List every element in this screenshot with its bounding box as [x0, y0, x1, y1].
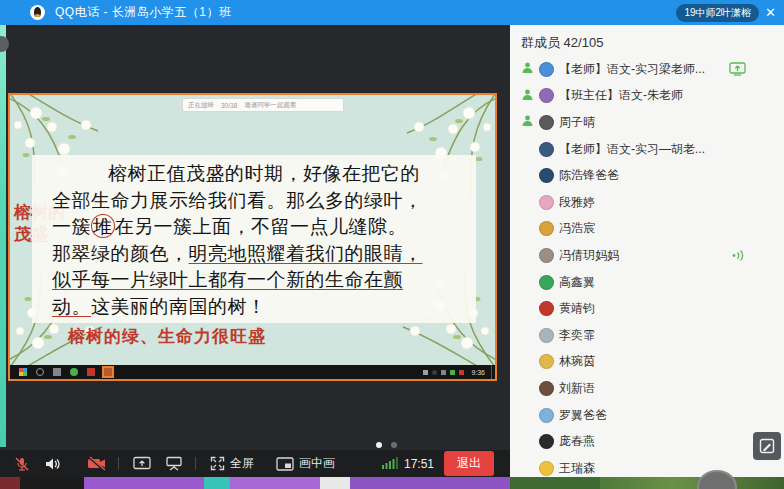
avatar	[539, 221, 554, 236]
picture-in-picture-button[interactable]: 画中画	[276, 455, 335, 472]
whiteboard-button[interactable]	[165, 456, 183, 471]
page-indicator	[376, 442, 397, 448]
shared-desktop-taskbar: 9:36	[10, 365, 495, 379]
call-duration: 17:51	[404, 457, 434, 471]
member-online-icon	[521, 88, 539, 104]
call-control-bar: 全屏 画中画 17:51 退出	[0, 450, 510, 477]
list-item[interactable]: 【老师】语文-实习梁老师...	[510, 56, 784, 83]
task-view-icon[interactable]	[53, 368, 61, 376]
member-name: 段雅婷	[559, 194, 595, 211]
presenter-status: 正在放映	[188, 101, 214, 110]
divider	[118, 457, 119, 470]
pen-icon	[759, 438, 775, 454]
show-desktop-button[interactable]	[491, 365, 495, 379]
member-online-icon	[521, 61, 539, 77]
fullscreen-label: 全屏	[230, 455, 254, 472]
presentation-mini-toolbar[interactable]: 正在放映 30/38 邀请同学一起观看	[182, 98, 344, 112]
fullscreen-button[interactable]: 全屏	[210, 455, 254, 472]
avatar	[539, 461, 554, 476]
list-item[interactable]: 陈浩锋爸爸	[510, 162, 784, 189]
slide-text-line: 似乎每一片绿叶上都有一个新的生命在颤	[52, 266, 456, 293]
slide-text-line: 动。这美丽的南国的树！	[52, 293, 456, 320]
avatar	[539, 408, 554, 423]
slide-text-box: 榕树正值茂盛的时期，好像在把它的 全部生命力展示给我们看。那么多的绿叶， 一簇堆…	[32, 155, 476, 323]
speaker-button[interactable]	[44, 456, 61, 472]
list-item[interactable]: 周子晴	[510, 109, 784, 136]
tray-icon[interactable]	[441, 370, 446, 375]
list-item[interactable]: 冯浩宸	[510, 216, 784, 243]
tray-chevron-icon[interactable]	[423, 370, 428, 375]
list-item[interactable]: 【班主任】语文-朱老师	[510, 83, 784, 110]
member-name: 刘新语	[559, 380, 595, 397]
tray-icon[interactable]	[459, 370, 464, 375]
microphone-muted-button[interactable]	[14, 456, 30, 472]
avatar	[539, 381, 554, 396]
title-bar: QQ电话 - 长洲岛小学五（1）班 19中师2叶潇榕 ✕	[0, 0, 784, 25]
list-item[interactable]: 李奕霏	[510, 322, 784, 349]
member-name: 冯倩玥妈妈	[559, 247, 619, 264]
member-name: 陈浩锋爸爸	[559, 167, 619, 184]
list-item[interactable]: 庞春燕	[510, 428, 784, 455]
windows-start-icon[interactable]	[19, 368, 27, 376]
member-name: 罗翼爸爸	[559, 407, 607, 424]
member-name: 黄靖钧	[559, 300, 595, 317]
member-online-icon	[521, 114, 539, 130]
slide-text-line: 一簇堆在另一簇上面，不留一点儿缝隙。	[52, 213, 456, 240]
avatar	[539, 301, 554, 316]
active-app-icon[interactable]	[104, 368, 112, 376]
underlined-phrase: 明亮地照耀着我们的眼睛，	[189, 242, 423, 264]
member-name: 李奕霏	[559, 327, 595, 344]
slide-text-line: 全部生命力展示给我们看。那么多的绿叶，	[52, 187, 456, 214]
member-list: 【老师】语文-实习梁老师...【班主任】语文-朱老师周子晴【老师】语文-实习—胡…	[510, 56, 784, 477]
avatar	[539, 195, 554, 210]
member-name: 林琬茵	[559, 353, 595, 370]
list-item[interactable]: 高鑫翼	[510, 269, 784, 296]
exit-call-button[interactable]: 退出	[444, 451, 494, 476]
side-panel-handle[interactable]	[0, 36, 9, 52]
slide-text-line: 榕树正值茂盛的时期，好像在把它的	[52, 160, 456, 187]
app-icon[interactable]	[87, 368, 95, 376]
page-dot[interactable]	[391, 442, 397, 448]
qq-call-window: QQ电话 - 长洲岛小学五（1）班 19中师2叶潇榕 ✕	[0, 0, 784, 489]
annotation-pen-button[interactable]	[753, 432, 781, 460]
page-dot-active[interactable]	[376, 442, 382, 448]
member-name: 周子晴	[559, 114, 595, 131]
close-icon[interactable]: ✕	[765, 6, 776, 19]
list-item[interactable]: 【老师】语文-实习—胡老...	[510, 136, 784, 163]
members-count-header: 群成员 42/105	[510, 25, 784, 56]
camera-off-button[interactable]	[87, 456, 106, 471]
members-panel: 群成员 42/105 【老师】语文-实习梁老师...【班主任】语文-朱老师周子晴…	[510, 25, 784, 477]
member-name: 高鑫翼	[559, 274, 595, 291]
avatar	[539, 354, 554, 369]
screen-share-icon	[729, 62, 746, 76]
circled-character: 堆	[91, 214, 115, 238]
list-item[interactable]: 罗翼爸爸	[510, 402, 784, 429]
slide-conclusion-text: 榕树的绿、生命力很旺盛	[68, 325, 266, 348]
search-icon[interactable]	[36, 368, 44, 376]
app-icon[interactable]	[70, 368, 78, 376]
list-item[interactable]: 段雅婷	[510, 189, 784, 216]
tray-qq-icon[interactable]	[432, 370, 437, 375]
list-item[interactable]: 王瑞森	[510, 455, 784, 477]
window-title: QQ电话 - 长洲岛小学五（1）班	[55, 4, 232, 21]
underlined-phrase: 动。	[52, 295, 91, 317]
list-item[interactable]: 刘新语	[510, 375, 784, 402]
shared-screen-slide: 正在放映 30/38 邀请同学一起观看 榕树的 茂盛 榕树正值茂盛的时期，好像在…	[8, 93, 497, 381]
avatar	[539, 434, 554, 449]
avatar	[539, 275, 554, 290]
tray-icon[interactable]	[450, 370, 455, 375]
screen-share-button[interactable]	[133, 456, 151, 471]
avatar	[539, 328, 554, 343]
list-item[interactable]: 林琬茵	[510, 349, 784, 376]
presenter-invite: 邀请同学一起观看	[244, 101, 296, 110]
member-name: 王瑞森	[559, 460, 595, 477]
list-item[interactable]: 黄靖钧	[510, 295, 784, 322]
avatar	[539, 62, 554, 77]
divider	[195, 457, 196, 470]
background-window-edge	[0, 25, 6, 447]
slide-page-number: 30/38	[221, 102, 237, 109]
list-item[interactable]: 冯倩玥妈妈	[510, 242, 784, 269]
member-name: 冯浩宸	[559, 220, 595, 237]
member-name: 【班主任】语文-朱老师	[559, 87, 683, 104]
user-name-badge: 19中师2叶潇榕	[676, 4, 759, 22]
